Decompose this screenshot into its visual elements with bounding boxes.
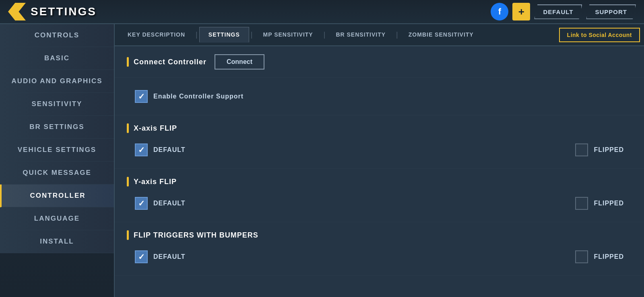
y-axis-default-container[interactable]: ✓ DEFAULT <box>135 197 186 210</box>
y-axis-flipped-label: FLIPPED <box>594 200 624 207</box>
y-axis-flip-title: Y-axis FLIP <box>134 178 177 186</box>
flip-triggers-header: FLIP TRIGGERS WITH BUMPERS <box>127 230 632 240</box>
y-axis-flip-section: Y-axis FLIP ✓ DEFAULT FLIPPED <box>115 169 644 222</box>
tab-divider-2: | <box>250 31 254 39</box>
connect-button[interactable]: Connect <box>215 54 264 70</box>
header-actions: f + DEFAULT SUPPORT <box>491 3 636 20</box>
sidebar-item-vehicle-settings[interactable]: VEHICLE SETTINGS <box>0 139 114 162</box>
flip-triggers-section: FLIP TRIGGERS WITH BUMPERS ✓ DEFAULT FLI… <box>115 222 644 276</box>
content-area: KEY DESCRIPTION | SETTINGS | MP SENSITIV… <box>115 24 644 297</box>
sidebar-item-language[interactable]: LANGUAGE <box>0 207 114 230</box>
settings-content: Connect Controller Connect ✓ Enable Cont… <box>115 46 644 297</box>
x-axis-default-checkbox[interactable]: ✓ <box>135 143 148 156</box>
x-axis-bar-accent <box>127 123 129 133</box>
y-axis-default-label: DEFAULT <box>153 200 186 207</box>
social-link-button[interactable]: Link to Social Account <box>559 28 640 42</box>
flip-triggers-default-checkbox[interactable]: ✓ <box>135 250 148 263</box>
enable-controller-row: ✓ Enable Controller Support <box>127 86 632 107</box>
x-axis-options-row: ✓ DEFAULT FLIPPED <box>127 139 632 160</box>
sidebar-item-controls[interactable]: CONTROLS <box>0 24 114 47</box>
sidebar-item-sensitivity[interactable]: SENSITIVITY <box>0 93 114 116</box>
tab-br-sensitivity[interactable]: BR SENSITIVITY <box>327 27 394 43</box>
sidebar-item-install[interactable]: INSTALL <box>0 230 114 253</box>
y-axis-options-row: ✓ DEFAULT FLIPPED <box>127 193 632 214</box>
enable-controller-label: Enable Controller Support <box>153 93 244 100</box>
main-layout: CONTROLS BASIC AUDIO AND GRAPHICS SENSIT… <box>0 24 644 297</box>
tab-divider-3: | <box>323 31 326 39</box>
tab-bar: KEY DESCRIPTION | SETTINGS | MP SENSITIV… <box>115 24 644 46</box>
section-bar-accent <box>127 57 129 67</box>
tab-divider-1: | <box>195 31 198 39</box>
tab-zombie-sensitivity[interactable]: ZOMBIE SENSITIVITY <box>400 27 483 43</box>
facebook-icon[interactable]: f <box>491 3 508 20</box>
header-bar: SETTINGS f + DEFAULT SUPPORT <box>0 0 644 24</box>
default-button[interactable]: DEFAULT <box>534 4 582 19</box>
x-axis-default-checkmark: ✓ <box>138 146 145 154</box>
enable-controller-checkbox-container[interactable]: ✓ Enable Controller Support <box>135 90 244 103</box>
page-title: SETTINGS <box>31 5 97 18</box>
x-axis-flipped-label: FLIPPED <box>594 146 624 154</box>
flip-triggers-title: FLIP TRIGGERS WITH BUMPERS <box>134 231 258 240</box>
back-button[interactable] <box>8 3 26 20</box>
support-button[interactable]: SUPPORT <box>586 4 636 19</box>
x-axis-flipped-checkbox[interactable] <box>575 143 588 156</box>
x-axis-flip-title: X-axis FLIP <box>134 124 177 133</box>
flip-triggers-default-label: DEFAULT <box>153 253 186 260</box>
sidebar-item-quick-message[interactable]: QUICK MESSAGE <box>0 162 114 184</box>
sidebar-item-audio-graphics[interactable]: AUDIO AND GRAPHICS <box>0 70 114 93</box>
y-axis-flipped-checkbox[interactable] <box>575 197 588 210</box>
connect-controller-title: Connect Controller <box>134 58 206 66</box>
x-axis-flip-section: X-axis FLIP ✓ DEFAULT FLIPPED <box>115 115 644 169</box>
y-axis-default-checkbox[interactable]: ✓ <box>135 197 148 210</box>
connect-controller-header: Connect Controller <box>127 57 206 67</box>
sidebar-item-br-settings[interactable]: BR SETTINGS <box>0 116 114 139</box>
tab-key-description[interactable]: KEY DESCRIPTION <box>119 27 194 43</box>
enable-controller-checkbox[interactable]: ✓ <box>135 90 148 103</box>
y-axis-bar-accent <box>127 177 129 186</box>
flip-triggers-flipped-container[interactable]: FLIPPED <box>575 250 624 263</box>
y-axis-flip-header: Y-axis FLIP <box>127 177 632 186</box>
tab-settings[interactable]: SETTINGS <box>199 27 249 43</box>
y-axis-flipped-container[interactable]: FLIPPED <box>575 197 624 210</box>
add-button[interactable]: + <box>512 3 530 20</box>
flip-triggers-flipped-label: FLIPPED <box>594 253 624 260</box>
flip-triggers-options-row: ✓ DEFAULT FLIPPED <box>127 246 632 267</box>
x-axis-flip-header: X-axis FLIP <box>127 123 632 133</box>
connect-controller-row: Connect Controller Connect <box>127 54 632 70</box>
enable-controller-section: ✓ Enable Controller Support <box>115 78 644 115</box>
x-axis-default-container[interactable]: ✓ DEFAULT <box>135 143 186 156</box>
flip-triggers-bar-accent <box>127 230 129 240</box>
connect-controller-section: Connect Controller Connect <box>115 46 644 78</box>
sidebar: CONTROLS BASIC AUDIO AND GRAPHICS SENSIT… <box>0 24 115 297</box>
sidebar-item-controller[interactable]: CONTROLLER <box>0 184 114 207</box>
sidebar-item-basic[interactable]: BASIC <box>0 47 114 70</box>
y-axis-default-checkmark: ✓ <box>138 199 145 207</box>
tab-divider-4: | <box>395 31 399 39</box>
flip-triggers-default-checkmark: ✓ <box>138 253 145 261</box>
flip-triggers-flipped-checkbox[interactable] <box>575 250 588 263</box>
checkmark-icon: ✓ <box>138 92 145 100</box>
flip-triggers-default-container[interactable]: ✓ DEFAULT <box>135 250 186 263</box>
x-axis-default-label: DEFAULT <box>153 146 186 154</box>
tab-mp-sensitivity[interactable]: MP SENSITIVITY <box>254 27 322 43</box>
x-axis-flipped-container[interactable]: FLIPPED <box>575 143 624 156</box>
